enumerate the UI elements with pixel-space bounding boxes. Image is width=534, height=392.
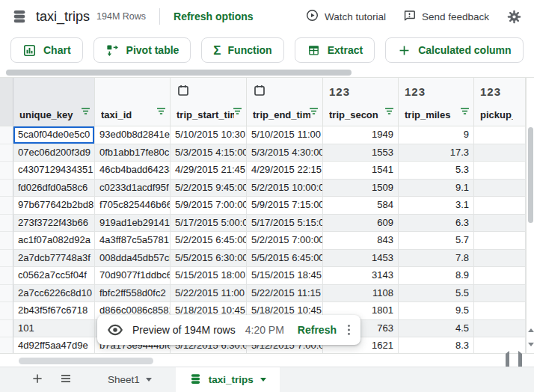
cell[interactable]: 5/10/2015 11:00 [247,126,323,144]
filter-icon[interactable] [81,105,90,118]
refresh-button[interactable]: Refresh [298,324,337,336]
row-gutter[interactable] [0,126,13,144]
cell[interactable] [474,232,526,250]
filter-icon[interactable] [233,105,242,118]
cell[interactable]: 46cb4badd64238 [95,162,171,180]
cell[interactable]: 5/3/2015 4:15:00 [171,144,247,162]
filter-icon[interactable] [156,105,166,118]
row-gutter[interactable] [0,232,13,250]
cell[interactable]: 9.1 [399,180,474,197]
column-header-taxi-id[interactable]: taxi_id [95,78,171,126]
row-gutter[interactable] [0,337,13,355]
cell[interactable]: 5/2/2015 9:45:00 [171,180,247,197]
cell[interactable]: 1108 [323,285,399,303]
row-gutter[interactable] [0,250,13,268]
cell[interactable]: 5/10/2015 10:30 [171,126,247,144]
cell[interactable]: 70d9077f1ddbc6 [95,267,171,285]
cell[interactable]: 584 [323,197,399,215]
cell[interactable]: 5/9/2015 7:15:00 [247,197,323,215]
row-gutter[interactable] [0,197,13,215]
send-feedback-link[interactable]: Send feedback [402,8,489,25]
cell[interactable] [474,197,526,215]
cell[interactable]: 5/5/2015 6:30:00 [171,250,247,268]
chart-button[interactable]: Chart [10,37,83,63]
cell[interactable] [474,162,526,180]
cell[interactable]: 5.5 [399,285,474,303]
cell[interactable]: 7.8 [399,250,474,268]
column-header-unique-key[interactable]: unique_key [13,78,95,126]
cell[interactable]: 5/2/2015 7:00:00 [247,232,323,250]
function-button[interactable]: ΣFunction [201,37,283,63]
cell[interactable]: ac1f07a082d92a [13,232,95,250]
cell[interactable] [474,250,526,268]
cell[interactable]: 9.5 [399,302,474,320]
cell[interactable] [474,320,526,338]
cell[interactable]: 101 [13,320,95,338]
cell[interactable]: c0233d1acdf95f [95,180,171,197]
cell[interactable]: 919ad1eb29141e [95,215,171,233]
cell[interactable]: 1509 [323,180,399,197]
scroll-right-button[interactable] [518,354,522,367]
cell[interactable]: 5/2/2015 6:45:00 [171,232,247,250]
extract-button[interactable]: Extract [295,37,375,63]
scroll-up-button[interactable] [527,325,534,335]
cell[interactable] [474,126,526,144]
cell[interactable] [474,180,526,197]
gear-icon[interactable] [506,8,522,25]
cell[interactable]: 2a7dcb77748a3f [13,250,95,268]
row-gutter[interactable] [0,215,13,233]
vertical-scrollbar[interactable] [526,77,534,353]
refresh-options-link[interactable]: Refresh options [174,10,254,22]
cell[interactable]: 4/29/2015 21:45 [171,162,247,180]
cell[interactable]: 1453 [323,250,399,268]
tab-sheet1[interactable]: Sheet1 [100,367,159,392]
cell[interactable]: fbfc2ff558d0fc2 [95,285,171,303]
cell[interactable]: 9 [399,126,474,144]
calculated-column-button[interactable]: Calculated column [385,37,523,63]
cell[interactable]: 273f3722f43b66 [13,215,95,233]
cell[interactable]: 1541 [323,162,399,180]
filter-icon[interactable] [309,105,319,118]
cell[interactable]: 5.7 [399,232,474,250]
cell[interactable]: 93ed0b8d2841e3 [95,126,171,144]
cell[interactable]: 5/2/2015 10:00:0 [247,180,323,197]
column-header-pickup-cen[interactable]: 123pickup_cen [474,78,526,126]
row-gutter[interactable] [0,180,13,197]
cell[interactable]: f705c825446b66 [95,197,171,215]
cell[interactable]: 008dda45db57cb [95,250,171,268]
row-gutter[interactable] [0,144,13,162]
cell[interactable]: 4d92ff5aa47d9e [13,337,95,355]
cell[interactable]: 5/3/2015 4:30:00 [247,144,323,162]
cell[interactable]: 07ec06d200f3d9 [13,144,95,162]
column-header-trip-end-tim[interactable]: trip_end_tim [247,78,323,126]
cell[interactable]: 97b677642b2bd8 [13,197,95,215]
horizontal-scrollbar-thumb-bottom[interactable] [19,358,153,364]
column-header-trip-start-tim[interactable]: trip_start_tim [171,78,247,126]
row-gutter[interactable] [0,302,13,320]
horizontal-scrollbar-thumb-top[interactable] [6,70,352,76]
cell[interactable]: fd026dfd0a58c6 [13,180,95,197]
selected-cell[interactable]: 5ca0f04de0e5c0 [13,126,95,144]
cell[interactable]: 5/15/2015 18:45 [247,267,323,285]
cell[interactable]: 4.5 [399,320,474,338]
cell[interactable]: 6.3 [399,215,474,233]
cell[interactable]: c0562a7cc5f04f [13,267,95,285]
scroll-down-button[interactable] [527,339,534,349]
cell[interactable]: 843 [323,232,399,250]
cell[interactable]: 8.3 [399,337,474,355]
filter-icon[interactable] [460,105,470,118]
grid-corner[interactable] [0,78,13,126]
cell[interactable]: 2b43f5f67c6718 [13,302,95,320]
kebab-menu-icon[interactable] [347,324,351,336]
tab-taxi-trips-active[interactable]: taxi_trips [176,367,280,392]
cell[interactable]: 17.3 [399,144,474,162]
cell[interactable]: 609 [323,215,399,233]
cell[interactable]: 0fb1abb17fe80c [95,144,171,162]
cell[interactable]: c4307129434351 [13,162,95,180]
cell[interactable]: 5/9/2015 7:00:00 [171,197,247,215]
row-gutter[interactable] [0,162,13,180]
scroll-left-button[interactable] [506,354,509,367]
column-header-trip-secon[interactable]: 123trip_secon [323,78,399,126]
pivot-table-button[interactable]: Pivot table [93,37,191,63]
cell[interactable] [474,144,526,162]
